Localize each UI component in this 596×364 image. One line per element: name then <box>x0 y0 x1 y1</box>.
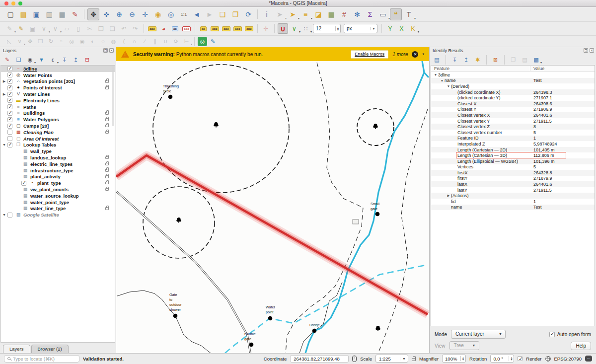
scale-dropdown[interactable]: 1:225▼ <box>375 355 408 363</box>
coordinate-input[interactable]: 264381.82,271899.48 <box>290 355 349 363</box>
identify-row-closest-x[interactable]: Closest X264398.6 <box>431 101 595 107</box>
identify-row-actions[interactable]: ▶(Actions) <box>431 193 595 199</box>
new-spatial-bookmark-icon[interactable]: ❏ <box>217 8 228 20</box>
labeling-options-icon[interactable]: abc <box>147 23 157 34</box>
select-by-location-icon[interactable]: ➤▾ <box>287 8 298 20</box>
layer-item-plant-type[interactable]: •plant_type <box>1 180 115 186</box>
layer-visibility-checkbox[interactable] <box>7 117 12 122</box>
identify-row-firsty[interactable]: firstY271879.9 <box>431 176 595 182</box>
more-messages-link[interactable]: 1 more <box>392 52 408 57</box>
layer-item-vw-plant-counts[interactable]: ▦vw_plant_counts <box>1 186 115 193</box>
identify-row-feature-id[interactable]: Feature ID1 <box>431 136 595 142</box>
move-label-icon[interactable]: abc <box>221 23 231 34</box>
layer-item-electricity-lines[interactable]: ▬Electricity Lines <box>1 97 115 104</box>
select-by-value-icon[interactable]: ≡▾ <box>299 8 311 20</box>
layer-item-3dline[interactable]: −3dline <box>1 66 115 72</box>
layer-item-wall-type[interactable]: ▦wall_type <box>1 148 115 154</box>
zoom-last-icon[interactable]: ◄ <box>191 8 203 20</box>
layer-visibility-checkbox[interactable] <box>7 136 12 141</box>
pin-unpin-labels-icon[interactable]: ab <box>198 23 209 34</box>
tab-browser-2[interactable]: Browser (2) <box>31 345 69 353</box>
layer-visibility-checkbox[interactable] <box>7 213 12 218</box>
layer-tree-scrollbar[interactable] <box>112 67 114 126</box>
layer-visibility-checkbox[interactable] <box>7 85 12 90</box>
layer-item-plant-activity[interactable]: ▦plant_activity <box>1 174 115 180</box>
collapse-all-icon[interactable]: ↥ <box>461 55 471 65</box>
manage-map-themes-icon[interactable]: ◉▾ <box>25 55 35 65</box>
identify-row-length-ellipsoidal-wgs84[interactable]: Length (Ellipsoidal — WGS84)101,396 m <box>431 158 595 164</box>
pin-labels-icon[interactable]: ab <box>170 23 180 34</box>
layer-item-electric-line-types[interactable]: ▦electric_line_types <box>1 161 115 167</box>
layer-item-water-source-lookup[interactable]: ▦water_source_lookup <box>1 193 115 199</box>
layer-item-vegetation-points-301[interactable]: ▶∴Vegetation points [301] <box>1 78 115 85</box>
identify-row-name[interactable]: nameTest <box>431 205 595 211</box>
snapping-units-dropdown[interactable]: px▼ <box>344 24 377 33</box>
identify-row-vertices[interactable]: Vertices5 <box>431 164 595 170</box>
snapping-tolerance-spinner[interactable]: 12▲▼ <box>313 24 341 33</box>
crs-globe-icon[interactable] <box>545 356 551 362</box>
identify-settings-icon[interactable]: ▩▾ <box>531 55 541 65</box>
panel-close-icon[interactable]: ✕ <box>109 48 114 53</box>
panel-float-icon[interactable]: ❐ <box>103 48 108 53</box>
layer-visibility-checkbox[interactable] <box>7 104 12 109</box>
layer-item-water-polygons[interactable]: ■Water Polygons <box>1 116 115 123</box>
identify-row-3dline[interactable]: ▼3dline <box>431 72 595 78</box>
collapse-all-icon[interactable]: ↥ <box>71 55 80 65</box>
measure-icon[interactable]: ▭▾ <box>377 8 389 20</box>
layer-item-infrastructure-type[interactable]: ▦infrastructure_type <box>1 167 115 174</box>
metasearch-icon[interactable]: ◎ <box>198 37 207 46</box>
layer-visibility-checkbox[interactable] <box>7 73 12 77</box>
zoom-to-selection-icon[interactable]: ◉ <box>152 8 164 20</box>
scale-lock-icon[interactable] <box>412 358 416 361</box>
snapping-options-icon[interactable]: ∷▾ <box>300 23 311 34</box>
pan-to-selection-icon[interactable]: ✜ <box>100 8 112 20</box>
statistical-summary-icon[interactable]: Σ <box>364 8 376 20</box>
identify-row-clicked-coordinate-y[interactable]: (clicked coordinate Y)271907.1 <box>431 95 595 101</box>
deselect-features-icon[interactable]: ◪ <box>312 8 324 20</box>
expander-icon[interactable]: ▼ <box>1 143 7 146</box>
enable-macros-button[interactable]: Enable Macros <box>351 50 388 59</box>
add-group-icon[interactable]: ❏ <box>14 55 23 65</box>
identify-row-closest-vertex-number[interactable]: Closest vertex number5 <box>431 130 595 136</box>
change-label-properties-icon[interactable]: abc <box>244 23 254 34</box>
layer-item-buildings[interactable]: ■Buildings <box>1 110 115 117</box>
snapping-mode-icon[interactable]: ∨▾ <box>289 23 299 34</box>
minimize-window-button[interactable] <box>11 1 15 5</box>
layer-item-area-of-interest[interactable]: ▢Area Of Interest <box>1 136 115 142</box>
pan-map-icon[interactable]: ✥ <box>87 8 99 20</box>
identify-row-firstx[interactable]: firstX264328.8 <box>431 170 595 176</box>
identify-row-clicked-coordinate-x[interactable]: (clicked coordinate X)264398.3 <box>431 89 595 95</box>
identify-row-fid[interactable]: fid1 <box>431 199 595 205</box>
open-project-icon[interactable]: ▤ <box>17 8 29 20</box>
layer-item-google-satellite[interactable]: ▼▨Google Satellite <box>1 212 115 218</box>
layer-visibility-checkbox[interactable] <box>7 98 12 103</box>
rotate-label-icon[interactable]: abc <box>232 23 243 34</box>
expand-new-results-icon[interactable]: ✱ <box>473 55 482 65</box>
tab-layers[interactable]: Layers <box>3 345 30 353</box>
banner-close-icon[interactable]: ✕ <box>412 51 418 58</box>
layer-visibility-checkbox[interactable] <box>7 66 12 71</box>
value-column-header[interactable]: Value <box>530 66 544 71</box>
highlight-pinned-labels-icon[interactable]: abc <box>181 23 192 34</box>
open-attribute-table-icon[interactable]: ▦ <box>325 8 337 20</box>
layer-item-water-lines[interactable]: ▶VWater Lines <box>1 91 115 97</box>
layer-item-water-line-type[interactable]: ▦water_line_type <box>1 206 115 212</box>
new-project-icon[interactable]: ▢ <box>4 8 16 20</box>
snapping-toggle-icon[interactable]: ∪ <box>278 23 288 34</box>
show-layout-manager-icon[interactable]: ▦ <box>56 8 68 20</box>
mouse-extents-icon[interactable] <box>352 356 357 362</box>
crs-status[interactable]: EPSG:20790 <box>554 356 582 362</box>
identify-row-closest-vertex-z[interactable]: Closest vertex Z8 <box>431 124 595 130</box>
zoom-in-icon[interactable]: ⊕ <box>113 8 125 20</box>
auto-open-form-checkbox[interactable] <box>549 332 555 337</box>
identify-row-interpolated-z[interactable]: Interpolated Z5,98748924 <box>431 141 595 147</box>
help-button[interactable]: Help <box>571 342 591 350</box>
mode-dropdown[interactable]: Current layer▼ <box>451 330 506 339</box>
feature-column-header[interactable]: Feature <box>431 66 530 71</box>
processing-toolbox-icon[interactable]: ✻ <box>351 8 363 20</box>
expander-icon[interactable]: ▶ <box>1 92 7 96</box>
layer-item-points-of-interest[interactable]: ●Points of Interest <box>1 84 115 91</box>
open-layer-styling-icon[interactable]: ✎ <box>2 55 12 65</box>
layer-item-landuse-lookup[interactable]: ▦landuse_lookup <box>1 154 115 161</box>
expander-icon[interactable]: ▼ <box>433 73 438 76</box>
